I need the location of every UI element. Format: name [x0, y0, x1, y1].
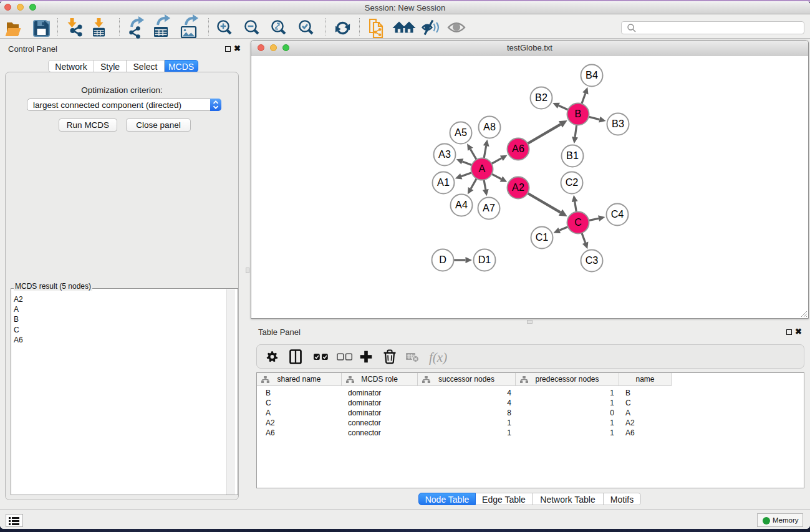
svg-text:B: B: [575, 108, 582, 119]
svg-text:A5: A5: [455, 127, 467, 138]
svg-text:A7: A7: [483, 202, 495, 213]
svg-text:A4: A4: [455, 199, 468, 210]
svg-text:B3: B3: [612, 118, 624, 129]
svg-text:D: D: [439, 254, 446, 265]
svg-text:C2: C2: [566, 177, 579, 188]
svg-text:A2: A2: [512, 181, 524, 193]
svg-text:B2: B2: [535, 92, 547, 103]
svg-text:A: A: [479, 163, 486, 174]
svg-text:C: C: [574, 216, 582, 228]
svg-text:f(x): f(x): [429, 350, 447, 365]
svg-text:B1: B1: [566, 150, 579, 161]
svg-text:C3: C3: [586, 254, 599, 266]
svg-text:A3: A3: [438, 148, 451, 160]
svg-text:D1: D1: [478, 254, 491, 265]
svg-text:B4: B4: [586, 69, 598, 80]
svg-text:C1: C1: [536, 231, 549, 243]
svg-text:A1: A1: [437, 177, 450, 188]
svg-text:A6: A6: [512, 143, 524, 154]
svg-text:A8: A8: [483, 121, 496, 132]
svg-text:C4: C4: [611, 208, 624, 220]
